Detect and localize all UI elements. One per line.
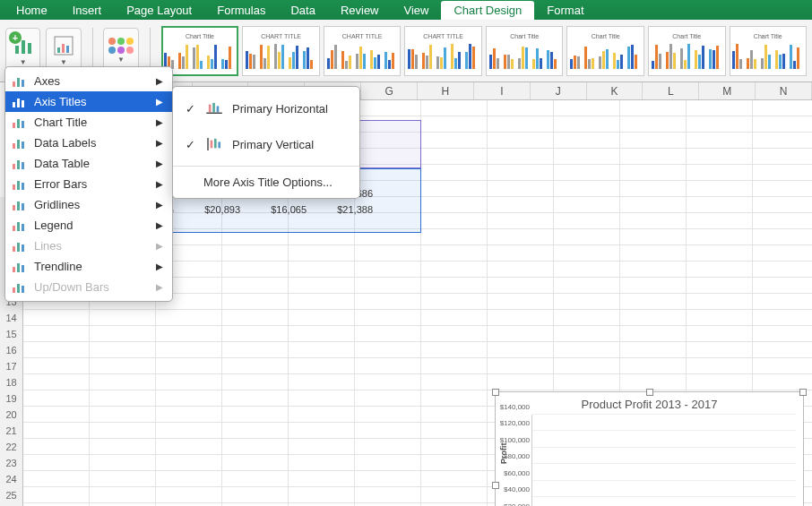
menu-item-icon [11, 239, 27, 253]
grid-row [23, 374, 812, 390]
resize-handle[interactable] [492, 389, 499, 396]
svg-rect-21 [22, 162, 24, 169]
add-chart-element-menu: Axes▶Axis Titles▶Chart Title▶Data Labels… [4, 66, 173, 302]
row-header[interactable]: 22 [0, 439, 23, 455]
cell[interactable]: $21,388 [312, 202, 378, 218]
submenu-primary-vertical[interactable]: ✓ Primary Vertical [173, 126, 359, 162]
col-header-L[interactable]: L [643, 82, 699, 99]
menu-item-trendline[interactable]: Trendline▶ [5, 256, 172, 277]
chevron-right-icon: ▶ [156, 159, 163, 168]
svg-rect-42 [217, 106, 220, 112]
row-header[interactable]: 25 [0, 487, 23, 503]
resize-handle[interactable] [492, 482, 499, 489]
chevron-right-icon: ▶ [156, 220, 163, 230]
menu-item-label: Trendline [34, 260, 82, 273]
svg-rect-10 [13, 102, 15, 107]
menu-item-error-bars[interactable]: Error Bars▶ [5, 174, 172, 194]
ribbon-tab-formulas[interactable]: Formulas [204, 1, 278, 20]
svg-rect-23 [17, 181, 20, 190]
ribbon-tab-review[interactable]: Review [328, 1, 392, 20]
svg-rect-32 [17, 243, 20, 252]
chart-style-thumb[interactable]: Chart Title [730, 26, 807, 76]
ribbon-tab-page-layout[interactable]: Page Layout [114, 1, 204, 20]
svg-rect-26 [17, 202, 20, 210]
menu-item-data-table[interactable]: Data Table▶ [5, 153, 172, 174]
submenu-more-options[interactable]: More Axis Title Options... [173, 170, 359, 194]
ribbon-tab-chart-design[interactable]: Chart Design [441, 1, 534, 20]
menu-item-label: Up/Down Bars [34, 280, 109, 294]
chart-style-thumb[interactable]: Chart Title [486, 26, 564, 76]
row-header[interactable]: 18 [0, 374, 23, 390]
menu-item-icon [11, 280, 27, 295]
checkmark-icon: ✓ [184, 138, 196, 151]
resize-handle[interactable] [799, 389, 807, 396]
col-header-M[interactable]: M [699, 82, 756, 99]
ribbon-tab-insert[interactable]: Insert [60, 1, 115, 20]
chevron-down-icon: ▼ [117, 56, 125, 64]
menu-item-lines: Lines▶ [5, 236, 172, 256]
svg-rect-33 [22, 244, 24, 252]
submenu-item-label: Primary Horizontal [232, 102, 328, 116]
menu-item-data-labels[interactable]: Data Labels▶ [5, 133, 172, 153]
chart-style-thumb[interactable]: CHART TITLE [324, 26, 402, 76]
svg-rect-19 [13, 164, 15, 169]
menu-item-legend[interactable]: Legend▶ [5, 215, 172, 236]
col-header-I[interactable]: I [474, 82, 531, 99]
ribbon-tab-format[interactable]: Format [534, 1, 596, 20]
menu-item-gridlines[interactable]: Gridlines▶ [5, 194, 172, 215]
col-header-N[interactable]: N [756, 82, 812, 99]
col-header-K[interactable]: K [587, 82, 644, 99]
chart-style-thumb[interactable]: Chart Title [566, 26, 644, 76]
col-header-J[interactable]: J [531, 82, 587, 99]
menu-item-chart-title[interactable]: Chart Title▶ [5, 112, 172, 133]
svg-rect-5 [62, 44, 65, 53]
y-tick: $60,000 [504, 468, 532, 476]
svg-rect-30 [22, 224, 24, 231]
svg-rect-25 [13, 205, 15, 210]
submenu-item-label: Primary Vertical [232, 138, 314, 151]
menu-divider [173, 166, 359, 167]
cell[interactable]: $20,893 [179, 202, 246, 218]
grid-row [23, 326, 812, 342]
svg-rect-14 [17, 119, 20, 128]
embedded-chart[interactable]: Product Profit 2013 - 2017 Profit $0$20,… [495, 391, 804, 506]
svg-rect-11 [17, 99, 20, 107]
menu-item-icon [11, 177, 27, 192]
chevron-right-icon: ▶ [156, 138, 163, 148]
menu-item-icon [11, 219, 27, 233]
col-header-H[interactable]: H [418, 82, 474, 99]
row-header[interactable]: 24 [0, 471, 23, 487]
grid-row [23, 342, 812, 358]
menu-item-label: Axis Titles [34, 95, 87, 108]
row-header[interactable]: 23 [0, 455, 23, 471]
submenu-primary-horizontal[interactable]: ✓ Primary Horizontal [173, 90, 359, 126]
svg-rect-22 [13, 184, 15, 190]
chart-style-thumb[interactable]: CHART TITLE [242, 26, 320, 76]
ribbon-tab-data[interactable]: Data [278, 1, 327, 20]
row-header[interactable]: 17 [0, 358, 23, 374]
ribbon-tab-view[interactable]: View [392, 1, 442, 20]
ribbon-tab-home[interactable]: Home [4, 1, 60, 20]
chart-style-thumb[interactable]: CHART TITLE [404, 26, 482, 76]
row-header[interactable]: 21 [0, 423, 23, 439]
menu-item-label: Data Table [34, 157, 90, 170]
row-header[interactable]: 16 [0, 342, 23, 358]
svg-rect-34 [13, 267, 15, 272]
row-header[interactable]: 14 [0, 310, 23, 326]
menu-item-axis-titles[interactable]: Axis Titles▶ [5, 91, 172, 112]
axis-titles-submenu: ✓ Primary Horizontal ✓ Primary Vertical … [172, 86, 360, 199]
chevron-right-icon: ▶ [156, 117, 163, 127]
row-header[interactable]: 20 [0, 407, 23, 423]
row-header[interactable]: 15 [0, 326, 23, 342]
svg-rect-4 [57, 47, 60, 53]
row-header[interactable]: 19 [0, 390, 23, 407]
resize-handle[interactable] [646, 389, 653, 396]
cell[interactable]: $16,065 [246, 202, 312, 218]
chart-style-thumb[interactable]: Chart Title [648, 26, 726, 76]
svg-rect-12 [22, 100, 24, 107]
menu-item-up-down-bars: Up/Down Bars▶ [5, 277, 172, 297]
col-header-G[interactable]: G [361, 82, 418, 99]
menu-item-axes[interactable]: Axes▶ [5, 71, 172, 91]
svg-rect-1 [22, 40, 25, 54]
svg-rect-6 [66, 46, 69, 53]
